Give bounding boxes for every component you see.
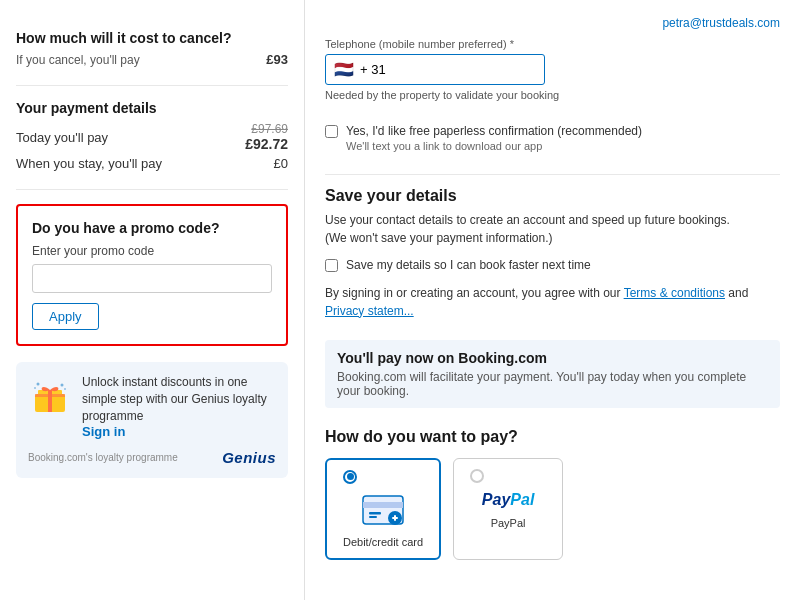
save-details-section: Save your details Use your contact detai… [325,187,780,320]
save-checkbox-row[interactable]: Save my details so I can book faster nex… [325,257,780,274]
svg-point-5 [34,387,36,389]
save-checkbox-label: Save my details so I can book faster nex… [346,257,591,274]
signin-description: Unlock instant discounts in one simple s… [82,374,276,424]
phone-label: Telephone (mobile number preferred) * [325,38,780,50]
svg-rect-9 [363,502,403,508]
paypal-icon: PayPal [482,491,534,509]
stay-amount: £0 [274,156,288,171]
svg-rect-11 [369,516,377,518]
credit-card-icon [361,492,405,528]
pay-now-title: You'll pay now on Booking.com [337,350,768,366]
payment-option-paypal[interactable]: PayPal PayPal [453,458,563,560]
phone-input[interactable] [360,62,500,77]
paperless-sublabel: We'll text you a link to download our ap… [346,140,642,152]
left-column: How much will it cost to cancel? If you … [0,0,305,600]
terms-prefix: By signing in or creating an account, yo… [325,286,624,300]
how-to-pay-section: How do you want to pay? [325,428,780,560]
paypal-radio [470,469,484,483]
svg-rect-14 [394,515,396,521]
payment-details-section: Your payment details Today you'll pay £9… [16,86,288,190]
svg-rect-3 [35,394,65,397]
cancel-amount: £93 [266,52,288,67]
save-checkbox[interactable] [325,259,338,272]
paperless-checkbox[interactable] [325,125,338,138]
gift-icon [28,374,72,418]
today-discounted-amount: £92.72 [245,136,288,152]
user-email: petra@trustdeals.com [662,16,780,30]
user-email-top: petra@trustdeals.com [325,16,780,30]
svg-point-6 [61,384,64,387]
signin-section: Unlock instant discounts in one simple s… [16,362,288,478]
loyalty-label: Booking.com's loyalty programme [28,452,178,463]
signin-link[interactable]: Sign in [82,424,125,439]
pay-now-section: You'll pay now on Booking.com Booking.co… [325,340,780,408]
flag-nl-icon: 🇳🇱 [334,60,354,79]
payment-option-card[interactable]: Debit/credit card [325,458,441,560]
promo-input[interactable] [32,264,272,293]
terms-link[interactable]: Terms & conditions [624,286,725,300]
promo-label: Enter your promo code [32,244,272,258]
card-radio-inner [347,473,354,480]
privacy-link[interactable]: Privacy statem... [325,304,414,318]
phone-help-text: Needed by the property to validate your … [325,89,780,101]
payment-options: Debit/credit card PayPal PayPal [325,458,780,560]
card-label: Debit/credit card [343,536,423,548]
promo-title: Do you have a promo code? [32,220,272,236]
signin-text-block: Unlock instant discounts in one simple s… [82,374,276,439]
today-label: Today you'll pay [16,130,108,145]
stay-pay-row: When you stay, you'll pay £0 [16,156,288,171]
paperless-checkbox-row[interactable]: Yes, I'd like free paperless confirmatio… [325,123,780,152]
stay-label: When you stay, you'll pay [16,156,162,171]
paypal-pal-text: Pal [510,491,534,508]
save-description: Use your contact details to create an ac… [325,211,780,247]
terms-text: By signing in or creating an account, yo… [325,284,780,320]
signin-inner: Unlock instant discounts in one simple s… [28,374,276,439]
pay-now-description: Booking.com will facilitate your payment… [337,370,768,398]
card-radio [343,470,357,484]
paypal-label: PayPal [491,517,526,529]
promo-section: Do you have a promo code? Enter your pro… [16,204,288,346]
genius-badge: Genius [222,449,276,466]
svg-rect-2 [48,390,52,412]
paypal-pay-text: Pay [482,491,510,508]
payment-details-title: Your payment details [16,100,288,116]
signin-footer: Booking.com's loyalty programme Genius [28,449,276,466]
right-column: petra@trustdeals.com Telephone (mobile n… [305,0,800,600]
how-to-pay-title: How do you want to pay? [325,428,780,446]
svg-rect-10 [369,512,381,515]
paperless-label: Yes, I'd like free paperless confirmatio… [346,123,642,140]
svg-point-4 [37,383,40,386]
phone-section: Telephone (mobile number preferred) * 🇳🇱… [325,38,780,101]
divider-1 [325,174,780,175]
today-pay-row: Today you'll pay £97.69 £92.72 [16,122,288,152]
terms-middle: and [728,286,748,300]
paperless-label-block: Yes, I'd like free paperless confirmatio… [346,123,642,152]
today-original-amount: £97.69 [251,122,288,136]
paypal-logo-text: PayPal [482,491,534,509]
cancel-description: If you cancel, you'll pay [16,53,140,67]
apply-button[interactable]: Apply [32,303,99,330]
save-title: Save your details [325,187,780,205]
cancel-title: How much will it cost to cancel? [16,30,288,46]
phone-input-row[interactable]: 🇳🇱 [325,54,545,85]
svg-point-7 [64,388,66,390]
cancel-section: How much will it cost to cancel? If you … [16,16,288,86]
